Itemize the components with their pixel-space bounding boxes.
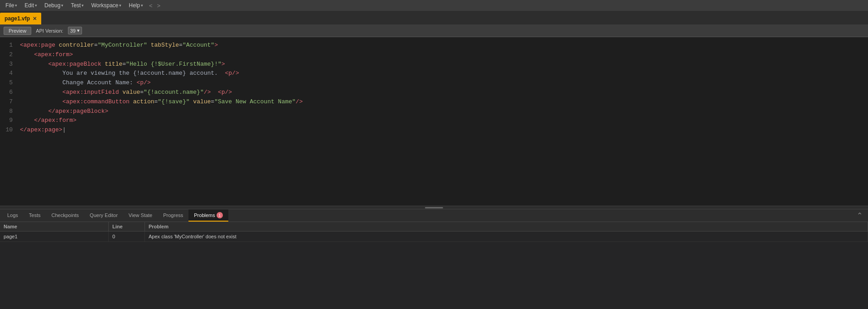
code-line-7: <apex:commandButton action="{!save}" val… xyxy=(18,97,868,107)
code-line-1: <apex:page controller="MyController" tab… xyxy=(18,41,868,50)
problem-line: 0 xyxy=(109,232,145,241)
menu-test[interactable]: Test ▾ xyxy=(67,1,87,10)
menu-file-arrow: ▾ xyxy=(15,3,17,8)
tab-logs[interactable]: Logs xyxy=(2,209,24,222)
bottom-panel: Logs Tests Checkpoints Query Editor View… xyxy=(0,209,868,309)
nav-back-button[interactable]: < xyxy=(147,1,155,10)
problem-name: page1 xyxy=(0,232,109,241)
menu-debug[interactable]: Debug ▾ xyxy=(41,1,67,10)
menu-edit-arrow: ▾ xyxy=(35,3,37,8)
api-version-arrow-icon: ▾ xyxy=(77,28,80,34)
col-header-line: Line xyxy=(109,222,145,231)
menu-test-arrow: ▾ xyxy=(82,3,84,8)
menu-help[interactable]: Help ▾ xyxy=(125,1,147,10)
problems-table: Name Line Problem page1 0 Apex class 'My… xyxy=(0,222,868,309)
menu-edit[interactable]: Edit ▾ xyxy=(21,1,41,10)
code-line-3: <apex:pageBlock title="Hello {!$User.Fir… xyxy=(18,60,868,69)
code-container[interactable]: 1 2 3 4 5 6 7 8 9 10 <apex:page controll… xyxy=(0,37,868,206)
editor-toolbar: Preview API Version: 39 ▾ xyxy=(0,24,868,37)
code-line-2: <apex:form> xyxy=(18,50,868,60)
api-version-label: API Version: xyxy=(36,28,63,34)
tab-checkpoints[interactable]: Checkpoints xyxy=(46,209,85,222)
api-version-value: 39 xyxy=(70,28,76,34)
menu-workspace-arrow: ▾ xyxy=(119,3,121,8)
tab-tests[interactable]: Tests xyxy=(24,209,46,222)
tab-label: page1.vfp xyxy=(5,15,30,22)
tab-query-editor[interactable]: Query Editor xyxy=(84,209,123,222)
code-line-5: Change Account Name: <p/> xyxy=(18,78,868,88)
menu-debug-arrow: ▾ xyxy=(61,3,63,8)
problems-table-header: Name Line Problem xyxy=(0,222,868,232)
code-line-4: You are viewing the {!account.name} acco… xyxy=(18,69,868,78)
preview-button[interactable]: Preview xyxy=(4,27,31,35)
tab-progress[interactable]: Progress xyxy=(158,209,188,222)
tab-close-button[interactable]: ✕ xyxy=(33,16,37,21)
problems-badge: 1 xyxy=(217,212,223,218)
code-line-10: </apex:page>| xyxy=(18,126,868,135)
code-line-8: </apex:pageBlock> xyxy=(18,107,868,116)
code-content[interactable]: <apex:page controller="MyController" tab… xyxy=(18,37,868,206)
col-header-name: Name xyxy=(0,222,109,231)
menu-file[interactable]: File ▾ xyxy=(2,1,21,10)
menu-workspace[interactable]: Workspace ▾ xyxy=(87,1,125,10)
problem-description: Apex class 'MyController' does not exist xyxy=(145,232,868,241)
tab-problems[interactable]: Problems 1 xyxy=(188,209,228,222)
divider-handle-icon xyxy=(425,207,443,208)
col-header-problem: Problem xyxy=(145,222,868,231)
menu-bar: File ▾ Edit ▾ Debug ▾ Test ▾ Workspace ▾… xyxy=(0,0,868,11)
panel-resize-divider[interactable] xyxy=(0,206,868,209)
file-tab-page1[interactable]: page1.vfp ✕ xyxy=(0,13,41,24)
menu-help-arrow: ▾ xyxy=(141,3,143,8)
code-line-9: </apex:form> xyxy=(18,116,868,126)
editor-tab-bar: page1.vfp ✕ xyxy=(0,11,868,24)
code-editor-area: 1 2 3 4 5 6 7 8 9 10 <apex:page controll… xyxy=(0,37,868,206)
panel-expand-button[interactable]: ⌃ xyxy=(853,211,866,220)
nav-forward-button[interactable]: > xyxy=(155,1,163,10)
api-version-select[interactable]: 39 ▾ xyxy=(68,27,82,34)
line-numbers: 1 2 3 4 5 6 7 8 9 10 xyxy=(0,37,18,206)
code-line-6: <apex:inputField value="{!account.name}"… xyxy=(18,88,868,97)
tab-view-state[interactable]: View State xyxy=(123,209,158,222)
bottom-tab-bar: Logs Tests Checkpoints Query Editor View… xyxy=(0,209,868,222)
table-row[interactable]: page1 0 Apex class 'MyController' does n… xyxy=(0,232,868,242)
